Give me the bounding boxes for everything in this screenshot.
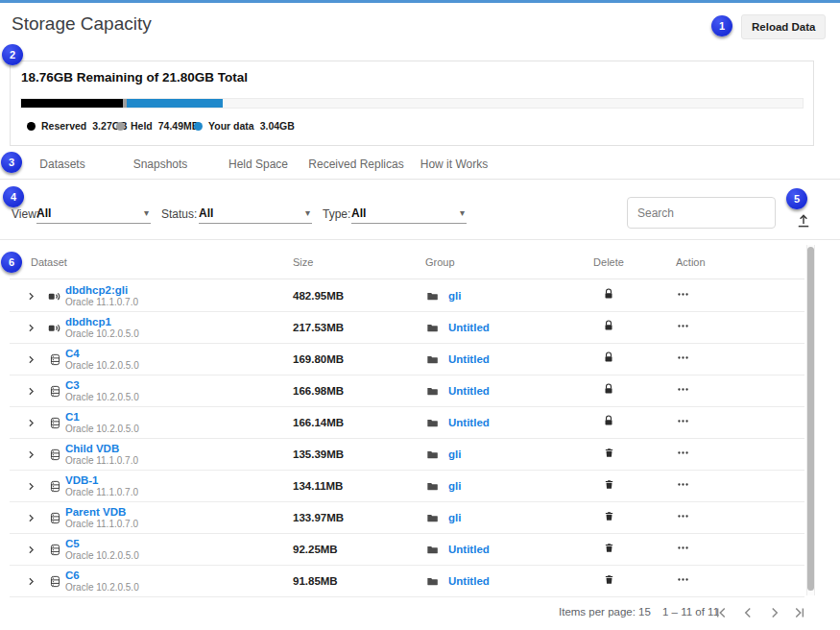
dataset-version: Oracle 10.2.0.5.0 xyxy=(65,582,288,593)
scrollbar-thumb[interactable] xyxy=(807,247,814,591)
column-header-dataset: Dataset xyxy=(31,256,288,268)
action-cell xyxy=(637,477,804,495)
dataset-table-body: dbdhcp2:gliOracle 11.1.0.7.0482.95MBglid… xyxy=(10,280,804,597)
expand-row-chevron-icon[interactable] xyxy=(25,385,37,398)
search-input[interactable] xyxy=(627,197,776,229)
group-cell: gli xyxy=(420,290,580,303)
row-actions-button[interactable] xyxy=(676,542,690,554)
trash-icon[interactable] xyxy=(604,447,614,459)
database-icon xyxy=(49,574,61,589)
group-link[interactable]: Untitled xyxy=(448,544,490,555)
delete-cell xyxy=(580,319,637,336)
trash-icon[interactable] xyxy=(604,510,614,522)
annotation-badge-1: 1 xyxy=(711,15,732,36)
row-actions-button[interactable] xyxy=(676,320,690,332)
view-filter-select[interactable]: All ▾ xyxy=(36,205,151,224)
dataset-cell: Parent VDBOracle 11.1.0.7.0 xyxy=(65,506,288,529)
capacity-summary-card: 18.76GB Remaining of 21.80GB Total Reser… xyxy=(10,61,814,146)
trash-icon[interactable] xyxy=(604,542,614,554)
dataset-cell: C6Oracle 10.2.0.5.0 xyxy=(65,569,288,593)
table-row: Parent VDBOracle 11.1.0.7.0133.97MBgli xyxy=(10,502,804,534)
group-link[interactable]: Untitled xyxy=(448,322,490,333)
lock-icon[interactable] xyxy=(603,382,614,396)
dataset-link[interactable]: C3 xyxy=(65,379,288,391)
tab-received-replicas[interactable]: Received Replicas xyxy=(307,151,405,179)
dataset-version: Oracle 11.1.0.7.0 xyxy=(65,519,288,529)
first-page-button[interactable] xyxy=(712,604,730,621)
legend-label: Your data xyxy=(208,120,254,132)
expand-row-chevron-icon[interactable] xyxy=(25,512,37,524)
dataset-link[interactable]: Child VDB xyxy=(65,443,288,454)
dataset-link[interactable]: C1 xyxy=(65,411,288,423)
legend-label: Reserved xyxy=(41,120,86,132)
next-page-button[interactable] xyxy=(766,604,783,621)
status-filter-select[interactable]: All ▾ xyxy=(199,205,312,224)
reserved-dot-icon xyxy=(27,122,36,131)
row-actions-button[interactable] xyxy=(676,510,690,522)
expand-row-chevron-icon[interactable] xyxy=(25,448,37,461)
trash-icon[interactable] xyxy=(604,573,614,586)
expand-row-chevron-icon[interactable] xyxy=(25,290,37,303)
legend-label: Held xyxy=(131,120,153,132)
last-page-button[interactable] xyxy=(791,604,808,621)
status-filter-value: All xyxy=(199,206,213,220)
row-actions-button[interactable] xyxy=(676,288,690,301)
trash-icon[interactable] xyxy=(604,478,614,491)
delete-cell xyxy=(580,572,637,590)
expand-row-chevron-icon[interactable] xyxy=(25,575,37,588)
database-icon xyxy=(49,479,61,494)
tab-how-it-works[interactable]: How it Works xyxy=(405,151,503,179)
reload-data-button[interactable]: Reload Data xyxy=(741,14,826,39)
table-row: C5Oracle 10.2.0.5.092.25MBUntitled xyxy=(10,534,804,566)
expand-row-chevron-icon[interactable] xyxy=(25,322,37,334)
type-filter-select[interactable]: All ▾ xyxy=(351,205,467,224)
group-link[interactable]: Untitled xyxy=(448,417,490,428)
group-link[interactable]: Untitled xyxy=(448,353,490,365)
expand-row-chevron-icon[interactable] xyxy=(25,353,37,366)
dataset-link[interactable]: C5 xyxy=(65,538,288,549)
dataset-link[interactable]: VDB-1 xyxy=(65,474,288,486)
group-link[interactable]: gli xyxy=(448,290,461,302)
annotation-badge-2: 2 xyxy=(2,44,23,65)
legend-reserved: Reserved 3.27GB xyxy=(27,120,127,132)
row-actions-button[interactable] xyxy=(676,573,690,586)
tab-held-space[interactable]: Held Space xyxy=(209,151,307,179)
dsource-icon xyxy=(47,289,62,303)
lock-icon[interactable] xyxy=(603,414,614,427)
dataset-link[interactable]: Parent VDB xyxy=(65,506,288,518)
legend-value: 74.49MB xyxy=(158,120,200,132)
expand-row-chevron-icon[interactable] xyxy=(25,480,37,493)
items-per-page-value[interactable]: 15 xyxy=(638,606,651,618)
group-link[interactable]: Untitled xyxy=(448,575,490,587)
row-actions-button[interactable] xyxy=(676,447,690,459)
row-actions-button[interactable] xyxy=(676,383,690,396)
dataset-link[interactable]: dbdhcp2:gli xyxy=(65,284,288,296)
group-link[interactable]: gli xyxy=(448,448,461,460)
lock-icon[interactable] xyxy=(603,351,614,364)
action-cell xyxy=(637,414,804,431)
lock-icon[interactable] xyxy=(603,287,614,301)
dataset-link[interactable]: C4 xyxy=(65,348,288,359)
dataset-link[interactable]: C6 xyxy=(65,569,288,581)
view-filter-label: View: xyxy=(12,207,39,221)
group-link[interactable]: gli xyxy=(448,480,461,492)
delete-cell xyxy=(580,477,637,495)
dataset-cell: C4Oracle 10.2.0.5.0 xyxy=(65,348,288,371)
row-actions-button[interactable] xyxy=(676,478,690,491)
action-cell xyxy=(637,287,804,304)
lock-icon[interactable] xyxy=(603,319,614,332)
tab-snapshots[interactable]: Snapshots xyxy=(111,151,209,179)
row-actions-button[interactable] xyxy=(676,351,690,364)
view-filter-value: All xyxy=(36,206,51,220)
expand-row-chevron-icon[interactable] xyxy=(25,544,37,556)
group-link[interactable]: gli xyxy=(448,512,461,523)
previous-page-button[interactable] xyxy=(739,604,756,621)
folder-icon xyxy=(425,480,440,493)
capacity-summary-text: 18.76GB Remaining of 21.80GB Total xyxy=(21,70,248,85)
dataset-link[interactable]: dbdhcp1 xyxy=(65,316,288,327)
row-actions-button[interactable] xyxy=(676,415,690,427)
export-icon[interactable] xyxy=(795,212,812,230)
expand-row-chevron-icon[interactable] xyxy=(25,417,37,429)
group-link[interactable]: Untitled xyxy=(448,385,490,397)
tab-datasets[interactable]: Datasets xyxy=(13,151,111,179)
